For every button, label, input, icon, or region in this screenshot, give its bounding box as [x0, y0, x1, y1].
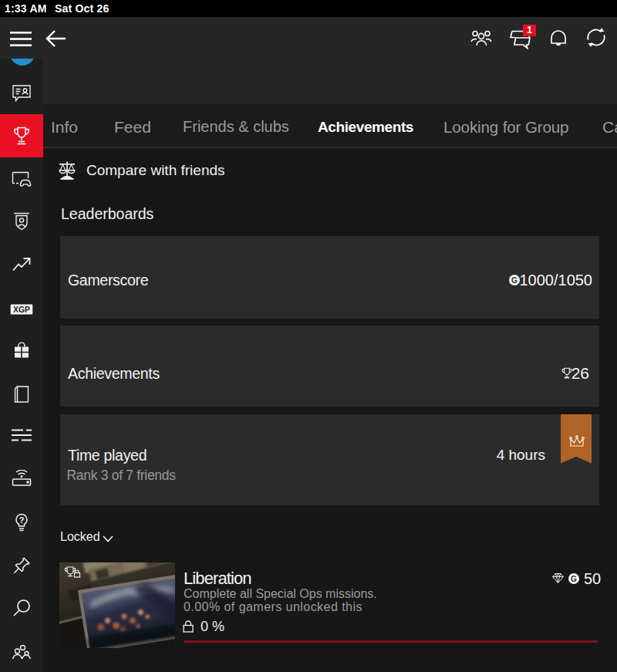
svg-text:G: G [511, 276, 518, 285]
svg-text:G: G [571, 575, 577, 583]
svg-text:XGP: XGP [13, 305, 30, 314]
svg-text:?: ? [19, 515, 25, 525]
